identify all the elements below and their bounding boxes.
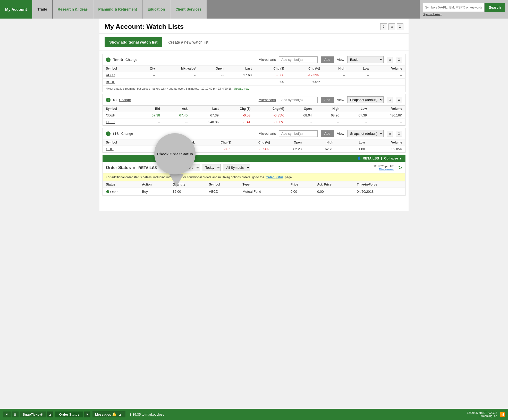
- col-volume[interactable]: Volume: [370, 106, 405, 112]
- nav-item-client-services[interactable]: Client Services: [170, 0, 207, 19]
- col-chg-pct[interactable]: Chg (%): [253, 106, 287, 112]
- watchlist-change-link[interactable]: Change: [125, 58, 137, 62]
- table-header-row: Symbol Qty Mkt value* Open Last Chg ($) …: [103, 65, 405, 72]
- col-high[interactable]: High: [315, 106, 342, 112]
- cell-ask: 67.40: [163, 112, 191, 119]
- col-symbol[interactable]: Symbol: [103, 106, 136, 112]
- cell-chg-pct: -0.85%: [253, 112, 287, 119]
- watchlist-name: t16: [113, 131, 119, 136]
- microcharts-link[interactable]: Microcharts: [259, 58, 276, 62]
- cell-open: 62.28: [273, 146, 305, 153]
- collapse-label[interactable]: Collapse: [384, 156, 398, 160]
- col-last[interactable]: Last: [227, 65, 255, 72]
- col-low[interactable]: Low: [336, 139, 368, 146]
- help-icon[interactable]: ?: [380, 23, 387, 30]
- tooltip-bubble: Check Order Status: [154, 133, 196, 174]
- watchlist-change-link[interactable]: Change: [119, 98, 131, 102]
- add-symbol-input[interactable]: [279, 97, 318, 103]
- cell-qty: --: [136, 72, 158, 79]
- search-input[interactable]: [423, 3, 485, 12]
- view-select[interactable]: Snapshot (default) Basic: [347, 130, 384, 137]
- col-open[interactable]: Open: [273, 139, 305, 146]
- col-chg-pct[interactable]: Chg (%): [287, 65, 323, 72]
- gear-watchlist-icon[interactable]: ⚙: [396, 131, 402, 137]
- search-button[interactable]: Search: [485, 3, 505, 12]
- col-volume[interactable]: Volume: [368, 139, 405, 146]
- add-symbol-input[interactable]: [279, 130, 318, 137]
- gear-watchlist-icon[interactable]: ⚙: [396, 97, 402, 103]
- microcharts-link[interactable]: Microcharts: [259, 132, 276, 136]
- col-bid[interactable]: Bid: [136, 106, 163, 112]
- update-now-link[interactable]: Update now: [234, 87, 249, 90]
- col-chg-dollar[interactable]: Chg ($): [198, 139, 234, 146]
- watchlist-test0-header: + Test0 Change Microcharts Add View Basi…: [103, 54, 405, 65]
- col-qty[interactable]: Qty: [136, 65, 158, 72]
- nav-search-area: Search Symbol lookup: [420, 0, 508, 19]
- col-chg-dollar[interactable]: Chg ($): [222, 106, 254, 112]
- view-select[interactable]: Snapshot (default) Basic: [347, 96, 384, 103]
- cell-chg-pct: -0.56%: [253, 119, 287, 125]
- col-symbol[interactable]: Symbol: [103, 139, 140, 146]
- expand-watchlist-icon[interactable]: ⊞: [387, 97, 393, 103]
- view-label: View: [337, 132, 344, 136]
- col-low[interactable]: Low: [342, 106, 370, 112]
- expand-watchlist-icon[interactable]: ⊞: [387, 131, 393, 137]
- symbol-lookup[interactable]: Symbol lookup: [423, 13, 505, 16]
- col-open[interactable]: Open: [199, 65, 226, 72]
- table-row: DEFG -- -- 248.86 -1.41 -0.56% -- -- -- …: [103, 119, 405, 125]
- col-open[interactable]: Open: [287, 106, 315, 112]
- table-header-row: Symbol Bid Ask Last Chg ($) Chg (%) Open…: [103, 106, 405, 112]
- col-last[interactable]: Last: [191, 106, 222, 112]
- cell-symbol[interactable]: DEFG: [103, 119, 136, 125]
- nav-item-research[interactable]: Research & Ideas: [53, 0, 93, 19]
- watchlist-active-dot: +: [106, 98, 111, 102]
- col-symbol[interactable]: Symbol: [103, 65, 136, 72]
- action-bar: Show additional watch list Create a new …: [99, 34, 409, 51]
- order-status-page-link[interactable]: Order Status: [266, 175, 283, 179]
- col-mkt-value[interactable]: Mkt value*: [158, 65, 200, 72]
- show-additional-watchlist-button[interactable]: Show additional watch list: [105, 37, 162, 47]
- cell-open: --: [199, 72, 226, 79]
- col-ask[interactable]: Ask: [163, 106, 191, 112]
- cell-act-price: 0.00: [314, 188, 354, 196]
- table-row: ABCD -- -- -- 27.68 -6.66 -19.39% -- -- …: [103, 72, 405, 79]
- nav-item-trade[interactable]: Trade: [32, 0, 52, 19]
- tooltip-tail: [169, 174, 184, 187]
- cell-volume: --: [370, 119, 405, 125]
- add-symbol-input[interactable]: [279, 56, 318, 63]
- microcharts-link[interactable]: Microcharts: [259, 98, 276, 102]
- col-high[interactable]: High: [323, 65, 349, 72]
- order-status-arrow-icon: ▶: [133, 166, 136, 170]
- col-chg-dollar[interactable]: Chg ($): [255, 65, 287, 72]
- expand-watchlist-icon[interactable]: ⊞: [387, 57, 393, 63]
- cell-symbol[interactable]: BCDE: [103, 79, 136, 85]
- add-symbol-button[interactable]: Add: [321, 97, 334, 103]
- gear-icon[interactable]: ⚙: [397, 23, 403, 30]
- disclaimers-link[interactable]: Disclaimers: [379, 168, 394, 171]
- gear-watchlist-icon[interactable]: ⚙: [396, 57, 402, 63]
- all-symbols-select[interactable]: All Symbols: [223, 164, 250, 171]
- cell-last: --: [227, 79, 255, 85]
- col-volume[interactable]: Volume: [372, 65, 405, 72]
- today-select[interactable]: Today: [202, 164, 221, 171]
- col-chg-pct[interactable]: Chg (%): [234, 139, 273, 146]
- order-status-bar[interactable]: 👤 RETAILSS | Collapse ▼: [103, 155, 405, 162]
- refresh-icon[interactable]: ↻: [398, 165, 402, 171]
- cell-chg-dollar: -1.41: [222, 119, 254, 125]
- nav-item-education[interactable]: Education: [142, 0, 171, 19]
- nav-item-planning[interactable]: Planning & Retirement: [93, 0, 142, 19]
- page-container: My Account: Watch Lists ? ⊞ ⚙ Show addit…: [99, 19, 409, 211]
- cell-symbol[interactable]: GHIJ: [103, 146, 140, 153]
- add-symbol-button[interactable]: Add: [321, 130, 334, 137]
- create-new-watchlist-button[interactable]: Create a new watch list: [168, 40, 208, 44]
- cell-action: Buy: [139, 188, 170, 196]
- col-low[interactable]: Low: [348, 65, 372, 72]
- cell-symbol[interactable]: CDEF: [103, 112, 136, 119]
- col-high[interactable]: High: [305, 139, 336, 146]
- nav-item-my-account[interactable]: My Account: [0, 0, 32, 19]
- add-symbol-button[interactable]: Add: [321, 56, 334, 63]
- expand-icon[interactable]: ⊞: [388, 23, 395, 30]
- watchlist-change-link[interactable]: Change: [121, 132, 133, 136]
- view-select[interactable]: Basic Snapshot (default): [347, 56, 384, 63]
- cell-symbol[interactable]: ABCD: [103, 72, 136, 79]
